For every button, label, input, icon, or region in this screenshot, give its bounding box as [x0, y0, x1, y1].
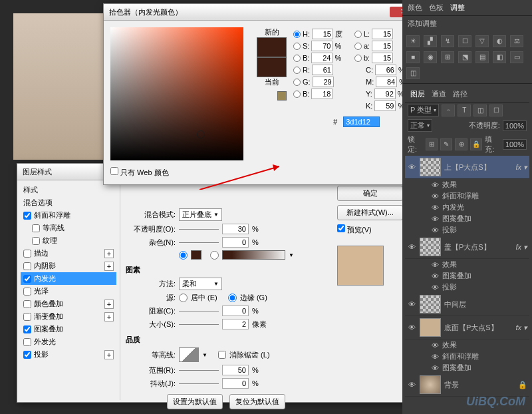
exposure-icon[interactable]: ☐ [458, 35, 471, 47]
hue-icon[interactable]: ◐ [493, 35, 506, 47]
glow-color-swatch[interactable] [191, 250, 201, 260]
layer-thumbnail[interactable] [420, 295, 441, 313]
choke-slider[interactable] [179, 311, 219, 311]
style-checkbox[interactable] [23, 300, 31, 308]
tab-color[interactable]: 颜色 [408, 3, 422, 13]
style-checkbox[interactable] [23, 250, 31, 258]
contour-picker[interactable] [179, 347, 199, 362]
lock-icon[interactable]: ✎ [440, 138, 452, 150]
filter-icon[interactable]: ▫ [442, 104, 455, 116]
layer-row[interactable]: 👁底面【P大点S】fx ▾ [405, 316, 529, 339]
s-input[interactable] [311, 41, 332, 51]
balance-icon[interactable]: ⚖ [510, 35, 523, 47]
size-input[interactable] [222, 319, 249, 329]
jitter-slider[interactable] [179, 383, 219, 384]
web-only-checkbox[interactable] [110, 167, 118, 175]
a-radio[interactable] [354, 43, 362, 50]
source-center-radio[interactable] [179, 294, 188, 302]
bb-input[interactable] [311, 89, 332, 99]
b2-input[interactable] [372, 53, 393, 63]
mixer-icon[interactable]: ⊞ [441, 51, 454, 63]
current-color-swatch[interactable] [257, 57, 287, 77]
curves-icon[interactable]: ↯ [441, 35, 454, 47]
style-checkbox[interactable] [23, 288, 31, 296]
threshold-icon[interactable]: ◧ [493, 51, 506, 63]
photo-filter-icon[interactable]: ◉ [424, 51, 437, 63]
choke-input[interactable] [222, 306, 249, 316]
r-radio[interactable] [293, 67, 301, 74]
method-select[interactable]: 柔和▼ [179, 278, 222, 290]
filter-icon[interactable]: T [458, 104, 471, 116]
bw-icon[interactable]: ■ [406, 51, 420, 63]
tab-swatches[interactable]: 色板 [429, 3, 444, 13]
color-cursor[interactable] [197, 130, 205, 138]
invert-icon[interactable]: ⬔ [458, 51, 471, 63]
size-slider[interactable] [179, 324, 219, 325]
antialias-checkbox[interactable] [218, 351, 226, 359]
fx-badge[interactable]: fx ▾ [515, 323, 527, 332]
c-input[interactable] [375, 65, 396, 75]
filter-icon[interactable]: ◫ [473, 104, 487, 116]
s-radio[interactable] [293, 43, 301, 50]
effects-header[interactable]: 👁 效果 [430, 179, 529, 190]
layer-thumbnail[interactable] [420, 238, 441, 256]
layer-row[interactable]: 👁背景🔒 [405, 373, 529, 397]
noise-input[interactable] [222, 237, 249, 248]
warning-icon[interactable] [277, 91, 287, 101]
range-slider[interactable] [179, 370, 219, 371]
style-item[interactable]: 渐变叠加+ [21, 310, 116, 323]
y-input[interactable] [374, 89, 396, 99]
new-style-button[interactable]: 新建样式(W)... [337, 205, 403, 220]
tab-adjust[interactable]: 调整 [450, 3, 465, 13]
l-radio[interactable] [354, 31, 362, 38]
style-checkbox[interactable] [23, 351, 31, 359]
posterize-icon[interactable]: ▤ [475, 51, 489, 63]
layer-row[interactable]: 👁上【P大点S】fx ▾ [405, 156, 529, 179]
h-input[interactable] [312, 29, 333, 39]
vibrance-icon[interactable]: ▽ [475, 35, 489, 47]
make-default-button[interactable]: 设置为默认值 [167, 394, 223, 409]
effect-item[interactable]: 👁 图案叠加 [430, 213, 529, 224]
b-input[interactable] [311, 53, 332, 63]
effect-item[interactable]: 👁 内发光 [430, 202, 529, 213]
style-checkbox[interactable] [23, 313, 31, 321]
effects-header[interactable]: 👁 效果 [430, 259, 529, 270]
effects-header[interactable]: 👁 效果 [430, 339, 529, 351]
style-checkbox[interactable] [32, 224, 40, 232]
filter-icon[interactable]: ☐ [489, 104, 503, 116]
plus-icon[interactable]: + [104, 350, 114, 359]
plus-icon[interactable]: + [104, 249, 114, 258]
r-input[interactable] [312, 65, 333, 75]
style-item[interactable]: 纹理 [21, 234, 116, 247]
range-input[interactable] [222, 365, 249, 375]
preview-checkbox-row[interactable]: 预览(V) [337, 224, 403, 235]
opacity-input[interactable] [222, 224, 249, 234]
opacity-slider[interactable] [179, 229, 219, 230]
style-item[interactable]: 斜面和浮雕 [21, 209, 116, 222]
selective-icon[interactable]: ◫ [406, 67, 420, 79]
style-item[interactable]: 内阴影+ [21, 260, 116, 272]
blend-mode-select[interactable]: 正片叠底▼ [179, 208, 222, 221]
fx-badge[interactable]: fx ▾ [515, 243, 527, 252]
style-item[interactable]: 等高线 [21, 222, 116, 234]
visibility-icon[interactable]: 👁 [407, 381, 416, 389]
layer-row[interactable]: 👁盖【P大点S】fx ▾ [405, 236, 529, 259]
h-radio[interactable] [293, 31, 301, 38]
lock-icon[interactable]: 🔒 [470, 138, 482, 150]
effect-item[interactable]: 👁 图案叠加 [430, 270, 529, 282]
effect-item[interactable]: 👁 斜面和浮雕 [430, 351, 529, 362]
style-checkbox[interactable] [23, 325, 31, 333]
effect-item[interactable]: 👁 投影 [430, 282, 529, 293]
brightness-icon[interactable]: ☀ [406, 35, 420, 47]
style-item[interactable]: 描边+ [21, 247, 116, 260]
style-checkbox[interactable] [23, 262, 31, 270]
blend-mode-select[interactable]: 正常 ▾ [408, 119, 432, 132]
style-item[interactable]: 投影+ [21, 348, 116, 361]
style-checkbox[interactable] [23, 275, 31, 283]
reset-default-button[interactable]: 复位为默认值 [229, 394, 285, 409]
plus-icon[interactable]: + [104, 262, 114, 271]
style-checkbox[interactable] [23, 212, 31, 220]
hex-input[interactable] [343, 116, 380, 127]
layer-thumbnail[interactable] [420, 158, 441, 176]
visibility-icon[interactable]: 👁 [407, 163, 416, 171]
